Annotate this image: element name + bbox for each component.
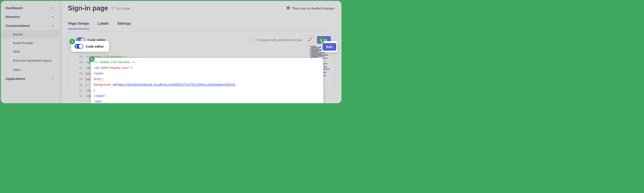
sidebar-item-other[interactable]: Other [1,66,59,74]
sidebar-item-label: Directory [6,15,20,19]
sidebar-item-enduser-dashboard-layout[interactable]: End-User Dashboard layout [1,56,59,66]
sidebar-item-directory[interactable]: Directory [1,12,59,21]
checkbox-icon [251,38,254,42]
check-circle-icon [286,6,290,10]
sidebar: Dashboard Directory Customizations Brand… [1,1,59,103]
compare-checkbox-group[interactable]: Compare with published version [251,38,302,42]
title-bar: Sign-in page Visit page There are no dra… [68,4,336,12]
tab-labels[interactable]: Labels [97,20,109,29]
page-title: Sign-in page [68,4,108,12]
svg-line-2 [310,38,311,39]
code-highlight-area: <!-- Hidden CSS element --><div style="d… [91,58,323,103]
sidebar-item-brands[interactable]: Brands [1,30,59,39]
chevron-up-icon [51,24,54,28]
callout-badge-1: 1 [69,39,75,44]
svg-line-3 [308,40,310,41]
sidebar-item-customizations[interactable]: Customizations [1,21,59,30]
svg-point-1 [286,6,290,10]
draft-status: There are no drafted changes. [286,6,336,10]
sidebar-item-sms[interactable]: SMS [1,47,59,56]
sidebar-item-label: Applications [6,77,25,81]
tab-settings[interactable]: Settings [117,20,132,29]
sidebar-item-email-provider[interactable]: Email Provider [1,39,59,47]
line-number-gutter: 242526272829303132 [68,48,86,93]
visit-page-label: Visit page [116,7,130,10]
chevron-down-icon [51,15,54,19]
code-editor-toggle[interactable] [74,44,83,49]
tab-page-design[interactable]: Page Design [68,20,90,29]
chevron-down-icon [51,6,54,10]
compare-label: Compare with published version [256,38,302,42]
visit-page-link[interactable]: Visit page [112,6,130,10]
svg-line-0 [113,7,114,8]
callout-badge-3: 3 [89,56,95,62]
sidebar-item-label: Customizations [6,24,30,28]
tabs: Page Design Labels Settings [68,20,336,30]
expand-icon [308,38,312,42]
expand-button[interactable] [306,36,314,44]
external-link-icon [112,6,115,10]
sidebar-item-dashboard[interactable]: Dashboard [1,4,59,12]
edit-button[interactable]: Edit [322,43,336,51]
sidebar-item-label: Dashboard [6,6,22,10]
callout-badge-2: 2 [318,38,324,43]
chevron-down-icon [51,77,54,80]
sidebar-item-applications[interactable]: Applications [1,74,59,83]
status-text: There are no drafted changes. [292,7,336,10]
